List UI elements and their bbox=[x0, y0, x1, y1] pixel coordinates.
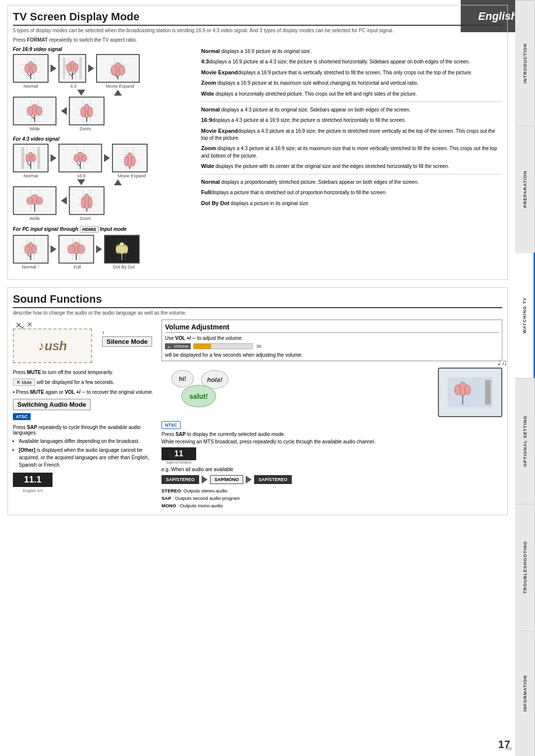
diagram-row-3 bbox=[13, 144, 196, 172]
tv-frame-dotbydot-pc bbox=[104, 235, 140, 264]
signal-label-169: For 16:9 video signal bbox=[13, 47, 196, 52]
desc-normal-pc: Normal displays a proportionately stretc… bbox=[201, 178, 502, 186]
mush-text: ♪uSh bbox=[38, 338, 67, 354]
pc-signal-label: For PC input signal through HDMI1 Input … bbox=[13, 226, 196, 233]
tv-frame-wide-43 bbox=[13, 186, 56, 215]
caption-normal-43: Normal bbox=[13, 173, 49, 178]
atsc-area: ATSC bbox=[13, 413, 157, 423]
svg-point-70 bbox=[27, 197, 33, 204]
svg-point-55 bbox=[82, 155, 87, 162]
tv-diagrams: For 16:9 video signal bbox=[13, 47, 196, 274]
silence-mode-box: Silence Mode bbox=[102, 336, 152, 347]
atsc-badge: ATSC bbox=[13, 413, 31, 420]
svg-point-115 bbox=[465, 385, 471, 395]
svg-point-28 bbox=[27, 107, 33, 115]
svg-point-94 bbox=[68, 245, 75, 254]
sidebar-tab-troubleshooting[interactable]: TROUBLESHOOTING bbox=[515, 504, 535, 630]
tv-section-subtitle: 5 types of display modes can be selected… bbox=[13, 28, 502, 33]
volume-desc: Use VOL +/ ─ to adjust the volume. bbox=[165, 335, 499, 341]
pc-signal-group: For PC input signal through HDMI1 Input … bbox=[13, 226, 196, 270]
caption-normal: Normal bbox=[13, 84, 49, 89]
sidebar-tab-introduction[interactable]: INTRODUCTION bbox=[515, 0, 535, 126]
sound-left-col: ✕ ✕ ✕ ♪uSh ♪ Silence Mode Press MUTE bbox=[13, 320, 157, 510]
ntsc-channel-area: 11 SAP/STEREO bbox=[161, 447, 502, 465]
svg-point-114 bbox=[455, 385, 461, 395]
bubble-hi: hi! bbox=[171, 370, 194, 387]
eg-label: e.g.:When all audio are available bbox=[161, 467, 502, 472]
silence-icon: ♪ bbox=[102, 329, 152, 335]
sidebar-tab-preparation[interactable]: PREPARATION bbox=[515, 126, 535, 252]
caption-wide: Wide bbox=[13, 126, 56, 131]
stereo-line: STEREO: Outputs stereo-audio bbox=[161, 487, 502, 494]
desc-wide-169: Wide displays a horizontally stretched p… bbox=[201, 90, 502, 98]
svg-point-21 bbox=[119, 65, 125, 75]
caption-full-pc: Full bbox=[59, 265, 95, 270]
atsc-bullet-1: Available languages differ depending on … bbox=[19, 437, 157, 445]
arrow-down-1 bbox=[77, 90, 85, 96]
speech-col: hi! hola! salut! bbox=[161, 365, 433, 415]
vertical-arrows-1 bbox=[13, 89, 122, 97]
arrow-3a bbox=[51, 245, 56, 253]
ntsc-area: NTSC Press SAP to display the currently … bbox=[161, 421, 502, 510]
sidebar-tab-optional-setting[interactable]: OPTIONAL SETTING bbox=[515, 378, 535, 504]
caption-43: 4:3 bbox=[59, 84, 87, 89]
sidebar-tab-information[interactable]: INFORMATION bbox=[515, 630, 535, 756]
desc-full-pc: Fulldisplays a picture that is stretched… bbox=[201, 189, 502, 196]
tv-frame-movieexpand-43 bbox=[112, 144, 148, 172]
desc-zoom-169: Zoom displays a 16:9 picture at its maxi… bbox=[201, 79, 502, 87]
sidebar-tab-watching-tv[interactable]: WATCHING TV bbox=[515, 252, 535, 378]
desc-wide-43: Wide displays the picture with its cente… bbox=[201, 162, 502, 170]
sap-arrow-1 bbox=[202, 476, 208, 484]
sap-stereo-btn-2: SAP/STEREO bbox=[254, 475, 292, 484]
ntsc-channel-number: 11 bbox=[161, 447, 196, 460]
mute-badge: ✕ Mute bbox=[13, 378, 35, 386]
svg-rect-13 bbox=[79, 57, 82, 79]
atsc-bullet-2: [Other] is displayed when the audio lang… bbox=[19, 446, 157, 469]
volume-label: 🔈 Volume bbox=[165, 343, 191, 349]
captions-row1: Normal 4:3 Movie Expand bbox=[13, 84, 196, 89]
svg-point-29 bbox=[36, 107, 42, 115]
channel-display-area: 11.1 English 1/3 bbox=[13, 473, 157, 493]
mono-line: MONO : Outputs mono-audio bbox=[161, 502, 502, 509]
signal-label-43: For 4:3 video signal bbox=[13, 136, 196, 142]
sap-cycle-row: SAP/STEREO SAP/MONO SAP/STEREO bbox=[161, 475, 502, 484]
svg-point-54 bbox=[74, 155, 79, 162]
volume-bar-area: 🔈 Volume 30 bbox=[165, 343, 499, 349]
sound-cols: ✕ ✕ ✕ ♪uSh ♪ Silence Mode Press MUTE bbox=[13, 320, 502, 510]
mush-area: ✕ ✕ ✕ ♪uSh ♪ Silence Mode bbox=[13, 320, 157, 367]
page-lang: EN bbox=[505, 746, 512, 751]
x-mark-2: ✕ bbox=[27, 321, 33, 328]
caption-normal-pc: Normal ↑ bbox=[13, 265, 49, 270]
diagram-row-5 bbox=[13, 235, 196, 264]
desc-movieexpand-169: Movie Expanddisplays a 16:9 picture that… bbox=[201, 69, 502, 76]
tv-descriptions: Normal displays a 16:9 picture at its or… bbox=[201, 47, 502, 274]
arrow-left-2 bbox=[61, 197, 67, 205]
tv-frame-normal-pc bbox=[13, 235, 49, 264]
volume-title: Volume Adjustment bbox=[165, 323, 499, 333]
desc-normal-43: Normal displays a 4:3 picture at its ori… bbox=[201, 106, 502, 113]
caption-dotbydot-pc: Dot By Dot bbox=[106, 265, 142, 270]
right-sidebar: INTRODUCTION PREPARATION WATCHING TV OPT… bbox=[515, 0, 535, 756]
caption-wide-43: Wide bbox=[13, 216, 56, 221]
diagram-row-1 bbox=[13, 54, 196, 83]
captions-row2: Wide Zoom bbox=[13, 126, 196, 131]
tv-content-cols: For 16:9 video signal bbox=[13, 47, 502, 274]
tv-frame-zoom-43 bbox=[69, 186, 105, 215]
volume-fill bbox=[194, 344, 211, 349]
mush-illustration: ✕ ✕ ✕ ♪uSh bbox=[13, 320, 97, 367]
arrow-left-1 bbox=[61, 107, 67, 115]
caption-zoom: Zoom bbox=[67, 126, 103, 131]
sound-section-subtitle: describe how to change the audio or the … bbox=[13, 310, 502, 316]
tv-frame-169-43 bbox=[58, 144, 102, 172]
arrow-up-2 bbox=[114, 179, 122, 185]
sound-right-col: Volume Adjustment Use VOL +/ ─ to adjust… bbox=[161, 320, 502, 510]
sap-line: SAP : Outputs second audio program bbox=[161, 494, 502, 502]
svg-point-71 bbox=[37, 197, 43, 204]
channel-display-box: 11.1 English 1/3 bbox=[13, 473, 53, 493]
captions-row3: Normal 16:9 Movie Expand bbox=[13, 173, 196, 178]
atsc-bullets: Available languages differ depending on … bbox=[13, 437, 157, 469]
hdmi-badge: HDMI1 bbox=[80, 226, 99, 233]
tv-frame-zoom-169 bbox=[69, 97, 105, 125]
arrow-1b bbox=[88, 64, 94, 72]
tv-section-title: TV Screen Display Mode bbox=[13, 10, 502, 26]
